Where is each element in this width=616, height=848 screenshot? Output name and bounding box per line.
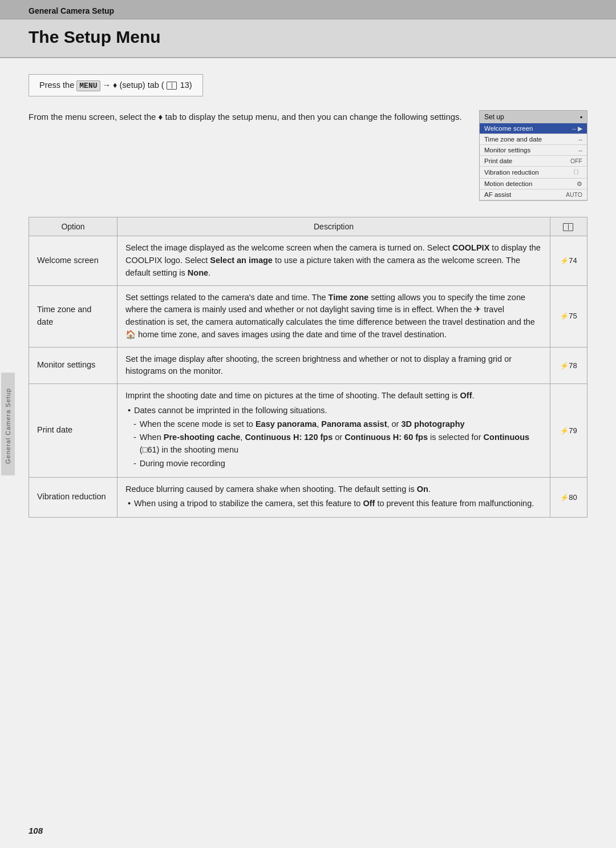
table-row: Monitor settings Set the image display a… bbox=[29, 347, 587, 384]
menu-item-name: Vibration reduction bbox=[484, 169, 565, 176]
dash-marker: - bbox=[133, 431, 136, 444]
option-name-printdate: Print date bbox=[29, 384, 117, 478]
sidebar-label: General Camera Setup bbox=[0, 0, 16, 848]
menu-item-name: AF assist bbox=[484, 191, 565, 198]
main-content: Press the MENU → ♦ (setup) tab ( 13) Fro… bbox=[0, 58, 616, 540]
menu-item-monitor: Monitor settings -- bbox=[480, 145, 587, 156]
option-name-monitor: Monitor settings bbox=[29, 347, 117, 384]
option-desc-welcome: Select the image displayed as the welcom… bbox=[117, 236, 550, 285]
desc-list-vibration: • When using a tripod to stabilize the c… bbox=[125, 498, 542, 510]
bullet-text: When using a tripod to stabilize the cam… bbox=[134, 498, 534, 510]
menu-screenshot-header: Set up ▪ bbox=[480, 111, 587, 123]
options-table: Option Description Welcome screen Select… bbox=[29, 217, 587, 518]
menu-header-label: Set up bbox=[484, 113, 504, 121]
option-desc-printdate: Imprint the shooting date and time on pi… bbox=[117, 384, 550, 478]
col-header-description: Description bbox=[117, 217, 550, 236]
table-row: Vibration reduction Reduce blurring caus… bbox=[29, 477, 587, 518]
ref-symbol: ⚡ bbox=[560, 494, 569, 502]
option-desc-vibration: Reduce blurring caused by camera shake w… bbox=[117, 477, 550, 518]
ref-timezone: ⚡75 bbox=[550, 285, 587, 347]
dash-item: - During movie recording bbox=[133, 458, 542, 470]
table-row: Welcome screen Select the image displaye… bbox=[29, 236, 587, 285]
menu-item-name: Welcome screen bbox=[484, 125, 565, 132]
page-title-bar: The Setup Menu bbox=[0, 19, 616, 58]
dash-text: When the scene mode is set to Easy panor… bbox=[140, 418, 465, 431]
intro-section: From the menu screen, select the ♦ tab t… bbox=[29, 110, 587, 201]
bullet-dot: • bbox=[128, 405, 131, 417]
menu-item-value: AUTO bbox=[565, 191, 582, 198]
table-row: Print date Imprint the shooting date and… bbox=[29, 384, 587, 478]
menu-item-printdate: Print date OFF bbox=[480, 156, 587, 167]
bullet-text: Dates cannot be imprinted in the followi… bbox=[134, 405, 327, 417]
menu-item-name: Time zone and date bbox=[484, 136, 565, 143]
table-row: Time zone and date Set settings related … bbox=[29, 285, 587, 347]
menu-item-value: ⚙ bbox=[565, 180, 582, 187]
bullet-item: • Dates cannot be imprinted in the follo… bbox=[128, 405, 542, 417]
ref-vibration: ⚡80 bbox=[550, 477, 587, 518]
col-header-option: Option bbox=[29, 217, 117, 236]
intro-text: From the menu screen, select the ♦ tab t… bbox=[29, 110, 462, 123]
ref-welcome: ⚡74 bbox=[550, 236, 587, 285]
menu-screenshot: Set up ▪ Welcome screen -- ▶ Time zone a… bbox=[479, 110, 587, 201]
option-name-welcome: Welcome screen bbox=[29, 236, 117, 285]
dash-item: - When Pre-shooting cache, Continuous H:… bbox=[133, 431, 542, 457]
option-name-timezone: Time zone and date bbox=[29, 285, 117, 347]
ref-symbol: ⚡ bbox=[560, 312, 569, 320]
menu-item-value: -- ▶ bbox=[565, 125, 582, 132]
instruction-tab-text: (setup) tab ( bbox=[120, 80, 164, 90]
menu-button-label: MENU bbox=[76, 80, 100, 91]
ref-symbol: ⚡ bbox=[560, 362, 569, 370]
book-icon-header bbox=[563, 223, 573, 231]
setup-tab-icon: ♦ bbox=[113, 80, 117, 90]
menu-item-value: OFF bbox=[565, 158, 582, 164]
menu-item-name: Monitor settings bbox=[484, 147, 565, 154]
menu-item-value: 〈〉 bbox=[565, 168, 582, 176]
menu-item-motion: Motion detection ⚙ bbox=[480, 179, 587, 189]
menu-item-value: -- bbox=[565, 136, 582, 143]
desc-list-printdate: • Dates cannot be imprinted in the follo… bbox=[125, 405, 542, 470]
menu-item-name: Motion detection bbox=[484, 180, 565, 187]
bullet-dot: • bbox=[128, 498, 131, 510]
dash-text: During movie recording bbox=[140, 458, 225, 470]
menu-item-vibration: Vibration reduction 〈〉 bbox=[480, 167, 587, 179]
dash-marker: - bbox=[133, 458, 136, 470]
instruction-prefix: Press the bbox=[39, 80, 76, 90]
option-desc-timezone: Set settings related to the camera's dat… bbox=[117, 285, 550, 347]
page-title: The Setup Menu bbox=[29, 27, 587, 47]
col-header-ref bbox=[550, 217, 587, 236]
bullet-item: • When using a tripod to stabilize the c… bbox=[128, 498, 542, 510]
sidebar-label-text: General Camera Setup bbox=[1, 373, 15, 475]
dash-item: - When the scene mode is set to Easy pan… bbox=[133, 418, 542, 431]
instruction-page-ref: 13) bbox=[180, 80, 192, 90]
ref-symbol: ⚡ bbox=[560, 257, 569, 265]
menu-item-afassist: AF assist AUTO bbox=[480, 189, 587, 200]
ref-printdate: ⚡79 bbox=[550, 384, 587, 478]
menu-header-icon: ▪ bbox=[580, 113, 582, 121]
ref-symbol: ⚡ bbox=[560, 427, 569, 435]
header-bar: General Camera Setup bbox=[0, 0, 616, 19]
table-header-row: Option Description bbox=[29, 217, 587, 236]
option-name-vibration: Vibration reduction bbox=[29, 477, 117, 518]
section-title: General Camera Setup bbox=[29, 6, 114, 15]
instruction-arrow: → bbox=[103, 80, 114, 90]
ref-monitor: ⚡78 bbox=[550, 347, 587, 384]
menu-item-name: Print date bbox=[484, 158, 565, 164]
menu-item-value: -- bbox=[565, 147, 582, 154]
menu-item-timezone: Time zone and date -- bbox=[480, 134, 587, 145]
dash-text: When Pre-shooting cache, Continuous H: 1… bbox=[140, 431, 542, 457]
page-number: 108 bbox=[29, 826, 43, 835]
book-icon bbox=[167, 82, 177, 90]
instruction-box: Press the MENU → ♦ (setup) tab ( 13) bbox=[29, 74, 203, 96]
dash-marker: - bbox=[133, 418, 136, 431]
menu-item-welcome-screen: Welcome screen -- ▶ bbox=[480, 123, 587, 134]
option-desc-monitor: Set the image display after shooting, th… bbox=[117, 347, 550, 384]
